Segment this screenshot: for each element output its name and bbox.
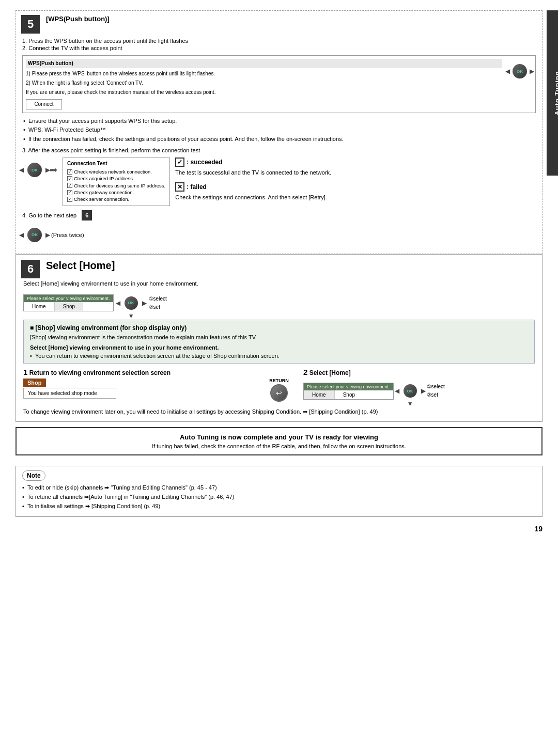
wps-text1: 1) Please press the 'WPS' button on the … bbox=[26, 70, 502, 77]
shop-bold-instruction: Select [Home] viewing environment to use… bbox=[30, 344, 528, 351]
check-item-5: ✓ Check server connection. bbox=[67, 196, 165, 202]
connect-button[interactable]: Connect bbox=[26, 99, 62, 109]
note-item-3: To initialise all settings ➡ [Shipping C… bbox=[22, 502, 536, 510]
note-section: Note To edit or hide (skip) channels ➡ "… bbox=[16, 466, 542, 517]
connection-test-ok-btn[interactable]: OK ◀ ▶ bbox=[22, 158, 47, 182]
shop-selected-text: You have selected shop mode bbox=[23, 388, 116, 399]
step5-section: 5 [WPS(Push button)] 1. Press the WPS bu… bbox=[16, 10, 542, 254]
shop-desc1: [Shop] viewing environment is the demons… bbox=[30, 334, 528, 341]
note-wrapper: Note To edit or hide (skip) channels ➡ "… bbox=[16, 461, 542, 517]
step6-box-ref: 6 bbox=[82, 210, 92, 220]
failed-description: Check the settings and connections. And … bbox=[175, 194, 331, 201]
step5-instruction4: 4. Go to the next step bbox=[22, 212, 76, 218]
step6-section: 6 Select [Home] Select [Home] viewing en… bbox=[16, 254, 542, 422]
step5-number: 5 bbox=[21, 15, 40, 34]
arrow-icon: ➡ bbox=[50, 164, 57, 176]
check-item-4: ✓ Check gateway connection. bbox=[67, 189, 165, 196]
step6-number: 6 bbox=[21, 260, 40, 278]
shop-section-title: ■ [Shop] viewing environment (for shop d… bbox=[30, 324, 528, 332]
return-label: RETURN bbox=[269, 378, 289, 383]
viewer-env-box: Please select your viewing environment. … bbox=[23, 294, 114, 311]
auto-tuning-subtitle: If tuning has failed, check the connecti… bbox=[24, 443, 534, 449]
return-col-2: 2 Select [Home] Please select your viewi… bbox=[303, 368, 535, 403]
press-twice-row: OK ◀ ▶ (Press twice) bbox=[22, 223, 536, 247]
checkbox-5: ✓ bbox=[67, 197, 72, 202]
shop-option[interactable]: Shop bbox=[55, 302, 83, 311]
note-item-2: To retune all channels ➡[Auto Tuning] in… bbox=[22, 493, 536, 501]
succeeded-title: ✓ : succeeded bbox=[175, 158, 331, 167]
select-steps-1: ①select ②set bbox=[149, 295, 167, 311]
checkbox-1: ✓ bbox=[67, 169, 72, 175]
press-twice-label: (Press twice) bbox=[51, 232, 84, 238]
connection-test-title: Connection Test bbox=[67, 161, 165, 166]
shop-option-2[interactable]: Shop bbox=[335, 390, 363, 399]
home-option[interactable]: Home bbox=[24, 302, 55, 311]
wps-bullet-1: Ensure that your access point supports W… bbox=[22, 117, 536, 125]
step6-description: Select [Home] viewing environment to use… bbox=[23, 280, 535, 287]
shop-label: Shop bbox=[23, 379, 46, 387]
connection-test-row: OK ◀ ▶ ➡ Connection Test ✓ Check wireles… bbox=[22, 158, 536, 206]
step5-title: [WPS(Push button)] bbox=[46, 15, 537, 23]
select-home-title: 2 Select [Home] bbox=[303, 368, 535, 376]
return-col-1: 1 Return to viewing environment selectio… bbox=[23, 368, 255, 399]
side-tab-label: Auto Tuning bbox=[553, 71, 559, 116]
check-item-1: ✓ Check wireless network connection. bbox=[67, 168, 165, 175]
wps-bullet-3: If the connection has failed, check the … bbox=[22, 135, 536, 143]
home-option-2[interactable]: Home bbox=[304, 390, 335, 399]
note-title: Note bbox=[22, 470, 45, 481]
connection-test-box: Connection Test ✓ Check wireless network… bbox=[63, 158, 170, 206]
check-item-3: ✓ Check for devices using same IP addres… bbox=[67, 182, 165, 189]
note-item-1: To edit or hide (skip) channels ➡ "Tunin… bbox=[22, 484, 536, 492]
step5-instruction3: 3. After the access point setting is fin… bbox=[22, 147, 536, 153]
wps-bullet-2: WPS: Wi-Fi Protected Setup™ bbox=[22, 126, 536, 134]
viewer-env-title-2: Please select your viewing environment. bbox=[304, 383, 393, 390]
step6-footer: To change viewing environment later on, … bbox=[23, 407, 535, 416]
failed-section: ✕ : failed Check the settings and connec… bbox=[175, 182, 331, 201]
viewer-env-title: Please select your viewing environment. bbox=[24, 295, 113, 302]
viewer-env-row: Please select your viewing environment. … bbox=[23, 291, 535, 316]
select-steps-2: ①select ②set bbox=[427, 383, 445, 399]
step4-row: 4. Go to the next step 6 bbox=[22, 210, 536, 220]
return-section: 1 Return to viewing environment selectio… bbox=[23, 368, 535, 403]
checkmark-icon: ✓ bbox=[175, 158, 184, 167]
step6-title: Select [Home] bbox=[46, 260, 115, 272]
succeeded-description: The test is successful and the TV is con… bbox=[175, 169, 331, 177]
page-number: 19 bbox=[16, 525, 542, 533]
auto-tuning-title: Auto Tuning is now complete and your TV … bbox=[24, 433, 534, 441]
press-twice-ok-btn[interactable]: OK ◀ ▶ bbox=[22, 223, 47, 247]
check-item-2: ✓ Check acquired IP address. bbox=[67, 175, 165, 182]
step6-nav-btn[interactable]: OK ◀ ▶ ▼ bbox=[119, 291, 144, 316]
xmark-icon: ✕ bbox=[175, 182, 184, 192]
select-home-env-row: Please select your viewing environment. … bbox=[303, 379, 535, 403]
checkbox-2: ✓ bbox=[67, 176, 72, 181]
return-button[interactable]: ↩ bbox=[270, 384, 288, 402]
shop-bullet: • You can return to viewing environment … bbox=[30, 353, 528, 359]
auto-tuning-side-tab: Auto Tuning bbox=[547, 10, 558, 176]
wps-bullets: Ensure that your access point supports W… bbox=[22, 117, 536, 143]
viewer-env-box-2: Please select your viewing environment. … bbox=[303, 383, 394, 400]
checkbox-4: ✓ bbox=[67, 190, 72, 195]
wps-ok-button[interactable]: OK ▶ ◀ bbox=[507, 59, 532, 84]
step5-instruction1: 1. Press the WPS button on the access po… bbox=[22, 38, 536, 44]
return-btn-col: RETURN ↩ bbox=[265, 368, 293, 402]
wps-text3: If you are unsure, please check the inst… bbox=[26, 89, 502, 96]
wps-text2: 2) When the light is flashing select 'Co… bbox=[26, 80, 502, 87]
select-home-nav-btn[interactable]: OK ◀ ▶ ▼ bbox=[398, 379, 423, 403]
checkbox-3: ✓ bbox=[67, 183, 72, 188]
shop-info-box: ■ [Shop] viewing environment (for shop d… bbox=[23, 320, 535, 364]
note-items-list: To edit or hide (skip) channels ➡ "Tunin… bbox=[22, 484, 536, 512]
wps-box-title: WPS(Push button) bbox=[26, 59, 502, 68]
failed-title: ✕ : failed bbox=[175, 182, 331, 192]
auto-tuning-complete-box: Auto Tuning is now complete and your TV … bbox=[16, 427, 542, 455]
succeeded-failed-section: ✓ : succeeded The test is successful and… bbox=[175, 158, 331, 201]
step5-instruction2: 2. Connect the TV with the access point bbox=[22, 45, 536, 51]
wps-inner-box: WPS(Push button) 1) Please press the 'WP… bbox=[22, 55, 536, 113]
return-col-number-label: 1 Return to viewing environment selectio… bbox=[23, 368, 255, 376]
